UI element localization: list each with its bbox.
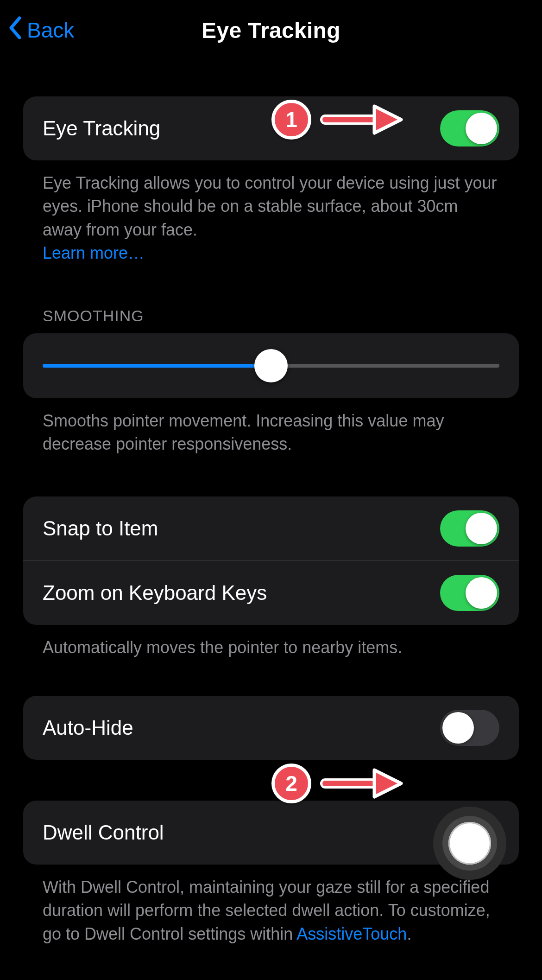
eye-tracking-footer: Eye Tracking allows you to control your … — [43, 172, 499, 265]
smoothing-slider[interactable] — [43, 352, 499, 380]
chevron-left-icon — [8, 16, 22, 45]
eye-tracking-row: Eye Tracking — [23, 96, 519, 160]
assistivetouch-link[interactable]: AssistiveTouch — [296, 924, 407, 943]
zoom-keyboard-row: Zoom on Keyboard Keys — [23, 560, 519, 625]
snap-footer: Automatically moves the pointer to nearb… — [43, 636, 499, 659]
eye-tracking-toggle[interactable] — [440, 110, 499, 146]
smoothing-footer: Smooths pointer movement. Increasing thi… — [43, 409, 499, 456]
snap-to-item-row: Snap to Item — [23, 496, 519, 560]
assistivetouch-nub[interactable] — [433, 807, 506, 880]
zoom-keyboard-toggle[interactable] — [440, 575, 499, 611]
smoothing-header: SMOOTHING — [43, 307, 519, 325]
auto-hide-toggle[interactable] — [440, 710, 499, 746]
smoothing-slider-row — [23, 333, 519, 398]
dwell-control-label: Dwell Control — [43, 821, 164, 844]
back-button[interactable]: Back — [8, 0, 74, 60]
auto-hide-row: Auto-Hide — [23, 696, 519, 760]
dwell-footer-before: With Dwell Control, maintaining your gaz… — [43, 878, 490, 943]
dwell-footer: With Dwell Control, maintaining your gaz… — [43, 876, 499, 946]
snap-to-item-toggle[interactable] — [440, 510, 499, 547]
dwell-footer-after: . — [407, 924, 411, 943]
snap-to-item-label: Snap to Item — [43, 517, 158, 540]
eye-tracking-label: Eye Tracking — [43, 117, 160, 140]
back-label: Back — [27, 18, 74, 43]
auto-hide-label: Auto-Hide — [43, 716, 133, 739]
page-title: Eye Tracking — [202, 18, 340, 43]
zoom-keyboard-label: Zoom on Keyboard Keys — [43, 581, 267, 605]
eye-tracking-footer-text: Eye Tracking allows you to control your … — [43, 173, 497, 239]
learn-more-link[interactable]: Learn more… — [43, 243, 145, 262]
